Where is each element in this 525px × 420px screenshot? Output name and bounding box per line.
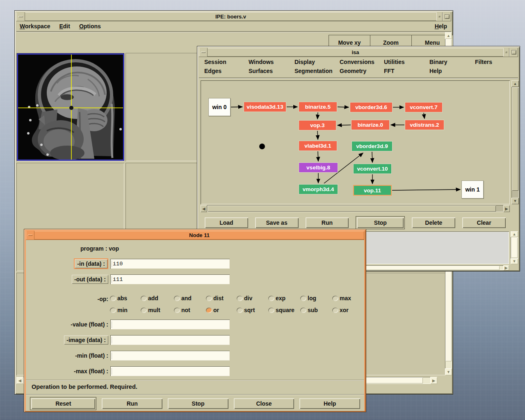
message-vertical-scrollbar[interactable]: ▲ ▼ [511,231,518,264]
message-vscroll-thumb[interactable] [511,237,518,258]
run-button[interactable]: Run [306,217,349,228]
menu-segmentation[interactable]: Segmentation [294,68,333,74]
op-radio-sqrt[interactable]: sqrt [237,305,268,315]
menu-edges[interactable]: Edges [204,68,221,74]
minimize-button[interactable] [199,48,208,57]
menu-utilities[interactable]: Utilities [384,59,405,65]
help-button[interactable]: Help [299,398,360,409]
op-radio-and[interactable]: and [174,293,206,304]
restore-button[interactable] [503,48,509,57]
scroll-up-icon[interactable]: ▲ [511,231,518,237]
graph-vscroll-thumb[interactable] [512,87,518,191]
scroll-down-icon[interactable]: ▼ [511,258,518,264]
value-input[interactable] [110,320,230,329]
graph-node-vconvert10[interactable]: vconvert.10 [353,164,392,174]
isa-titlebar[interactable]: isa [199,48,518,57]
graph-node-binarize5[interactable]: binarize.5 [299,102,337,112]
load-button[interactable]: Load [205,217,248,228]
op-radio-min[interactable]: min [110,305,141,315]
restore-button[interactable] [436,12,443,21]
viewport-cell-1[interactable] [16,53,124,161]
in-param-button[interactable]: -in (data) : [74,258,108,269]
menu-session[interactable]: Session [204,59,226,65]
menu-options[interactable]: Options [79,23,101,30]
graph-node-visodata3d13[interactable]: visodata3d.13 [244,102,286,112]
graph-node-vborder3d9[interactable]: vborder3d.9 [352,141,393,151]
menu-geometry[interactable]: Geometry [340,68,366,74]
scroll-down-icon[interactable]: ▼ [511,198,519,204]
menu-workspace[interactable]: Workspace [20,23,50,30]
op-radio-square[interactable]: square [268,305,300,315]
graph-node-vop3[interactable]: vop.3 [299,120,336,130]
menu-conversions[interactable]: Conversions [340,59,374,65]
op-radio-max[interactable]: max [332,293,361,304]
graph-node-vlabel3d1[interactable]: vlabel3d.1 [299,141,337,151]
op-radio-sub[interactable]: sub [300,305,332,315]
out-input[interactable]: i11 [110,274,230,284]
op-radio-div[interactable]: div [237,293,268,304]
graph-node-vmorph3d4[interactable]: vmorph3d.4 [299,184,338,194]
op-radio-exp[interactable]: exp [268,293,300,304]
graph-node-win0[interactable]: win 0 [208,98,231,116]
out-param-button[interactable]: -out (data) : [72,275,108,284]
clear-button[interactable]: Clear [462,217,506,228]
menu-windows[interactable]: Windows [249,59,274,65]
scroll-right-icon[interactable]: ▶ [430,377,437,384]
scroll-up-icon[interactable]: ▲ [445,32,452,39]
reset-button[interactable]: Reset [31,398,95,409]
menu-isa-help[interactable]: Help [429,68,442,74]
image-param-button[interactable]: -image (data) : [64,336,108,345]
op-radio-not[interactable]: not [174,305,206,315]
scroll-left-icon[interactable]: ◀ [16,377,23,384]
graph-node-win1[interactable]: win 1 [461,180,484,199]
maximize-button[interactable] [509,48,518,57]
minimize-button[interactable] [26,231,34,240]
menu-surfaces[interactable]: Surfaces [249,68,273,74]
minimize-button[interactable] [16,12,25,21]
graph-node-binarize0[interactable]: binarize.0 [351,120,390,130]
in-input[interactable]: i10 [110,259,230,269]
op-radio-mult[interactable]: mult [141,305,174,315]
maximize-button[interactable] [443,12,451,21]
graph-horizontal-scrollbar[interactable]: ◀ ▶ [201,205,510,212]
graph-node-vop11[interactable]: vop.11 [353,185,392,196]
op-radio-xor[interactable]: xor [332,305,361,315]
close-button[interactable]: Close [234,398,294,409]
scroll-right-icon[interactable]: ▶ [503,205,510,212]
ipe-titlebar[interactable]: IPE: boers.v [16,12,451,21]
graph-hscroll-thumb[interactable] [208,205,496,212]
graph-node-vselbig8[interactable]: vselbig.8 [299,162,338,173]
graph-node-vconvert7[interactable]: vconvert.7 [405,102,443,112]
radio-unselected-icon [206,296,212,301]
image-input[interactable] [110,335,230,345]
scroll-left-icon[interactable]: ◀ [201,205,207,212]
menu-help[interactable]: Help [435,23,447,30]
run-button[interactable]: Run [102,398,162,409]
graph-node-vborder3d6[interactable]: vborder3d.6 [350,102,393,112]
scroll-right-icon[interactable]: ▶ [503,265,509,270]
mri-sagittal-viewport[interactable] [17,54,124,160]
saveas-button[interactable]: Save as [255,217,299,228]
delete-button[interactable]: Delete [412,217,455,228]
stop-button[interactable]: Stop [357,217,404,228]
op-label: -op: [26,296,108,302]
graph-vertical-scrollbar[interactable]: ▲ ▼ [511,80,519,204]
op-radio-dist[interactable]: dist [206,293,237,304]
pipeline-graph-canvas[interactable]: win 0visodata3d.13binarize.5vborder3d.6v… [201,80,510,204]
menu-fft[interactable]: FFT [384,68,395,74]
menu-edit[interactable]: Edit [59,23,70,30]
menu-binary[interactable]: Binary [429,59,447,65]
op-radio-abs[interactable]: abs [110,293,141,304]
scroll-down-icon[interactable]: ▼ [445,368,452,375]
scroll-up-icon[interactable]: ▲ [511,80,519,87]
menu-display[interactable]: Display [294,59,315,65]
op-radio-add[interactable]: add [141,293,174,304]
dialog-titlebar[interactable]: Node 11 [26,231,364,240]
stop-button[interactable]: Stop [168,398,228,409]
op-radio-or[interactable]: or [206,305,237,315]
graph-node-vdistrans2[interactable]: vdistrans.2 [405,120,444,130]
op-radio-log[interactable]: log [300,293,332,304]
menu-filters[interactable]: Filters [475,59,492,65]
max-input[interactable] [110,366,230,376]
min-input[interactable] [110,351,230,361]
